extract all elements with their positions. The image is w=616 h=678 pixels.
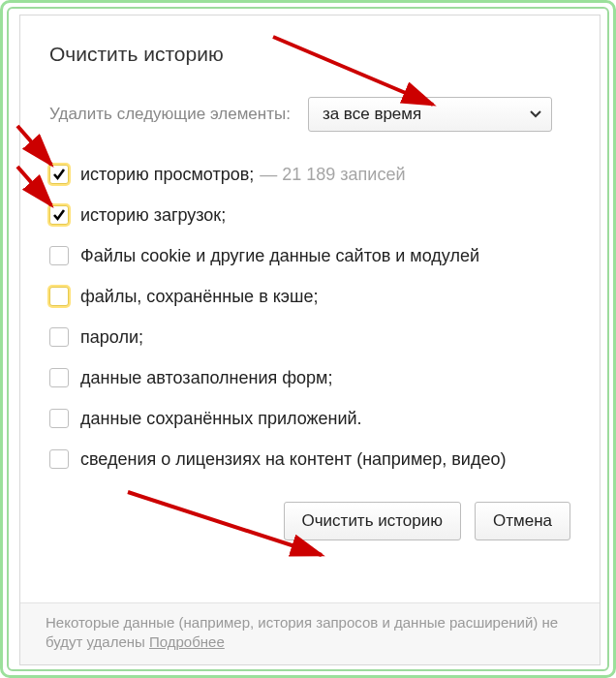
footer-text: Некоторые данные (например, история запр… <box>46 614 558 650</box>
option-count: 21 189 записей <box>260 165 405 185</box>
option-label: данные автозаполнения форм; <box>80 368 332 388</box>
dialog-buttons: Очистить историю Отмена <box>49 502 570 540</box>
period-select-value: за все время <box>323 105 421 124</box>
clear-history-button[interactable]: Очистить историю <box>284 502 461 540</box>
option-hosted-apps-data: данные сохранённых приложений. <box>49 399 570 438</box>
period-select-wrap: за все время <box>308 97 552 132</box>
option-label: пароли; <box>80 327 143 348</box>
checkbox-browsing-history[interactable] <box>49 165 69 184</box>
options-list: историю просмотров; 21 189 записей истор… <box>49 155 570 478</box>
cancel-button[interactable]: Отмена <box>475 502 570 540</box>
option-label: Файлы cookie и другие данные сайтов и мо… <box>80 246 479 266</box>
period-label: Удалить следующие элементы: <box>49 105 291 124</box>
option-browsing-history: историю просмотров; 21 189 записей <box>49 155 570 194</box>
checkbox-passwords[interactable] <box>49 327 69 347</box>
option-passwords: пароли; <box>49 318 570 356</box>
option-label: данные сохранённых приложений. <box>80 409 362 429</box>
clear-history-dialog: Очистить историю Удалить следующие элеме… <box>19 15 601 665</box>
annotated-frame-inner: Очистить историю Удалить следующие элеме… <box>7 7 609 671</box>
period-select[interactable]: за все время <box>308 97 552 132</box>
option-label: сведения о лицензиях на контент (наприме… <box>80 449 506 470</box>
option-label: историю загрузок; <box>80 205 226 226</box>
checkbox-hosted-apps-data[interactable] <box>49 409 69 428</box>
checkbox-content-licenses[interactable] <box>49 449 69 469</box>
dialog-footer: Некоторые данные (например, история запр… <box>20 602 600 664</box>
learn-more-link[interactable]: Подробнее <box>149 633 225 650</box>
option-download-history: историю загрузок; <box>49 196 570 234</box>
dialog-title: Очистить историю <box>49 43 570 66</box>
checkbox-autofill-data[interactable] <box>49 368 69 387</box>
annotated-frame: Очистить историю Удалить следующие элеме… <box>0 0 616 678</box>
period-row: Удалить следующие элементы: за все время <box>49 97 570 132</box>
checkbox-cookies[interactable] <box>49 246 69 265</box>
option-cached-files: файлы, сохранённые в кэше; <box>49 277 570 316</box>
option-cookies: Файлы cookie и другие данные сайтов и мо… <box>49 236 570 275</box>
option-autofill-data: данные автозаполнения форм; <box>49 358 570 397</box>
checkbox-cached-files[interactable] <box>49 287 69 306</box>
checkbox-download-history[interactable] <box>49 205 69 225</box>
option-label: историю просмотров; <box>80 165 254 185</box>
option-label: файлы, сохранённые в кэше; <box>80 287 318 307</box>
option-content-licenses: сведения о лицензиях на контент (наприме… <box>49 440 570 478</box>
